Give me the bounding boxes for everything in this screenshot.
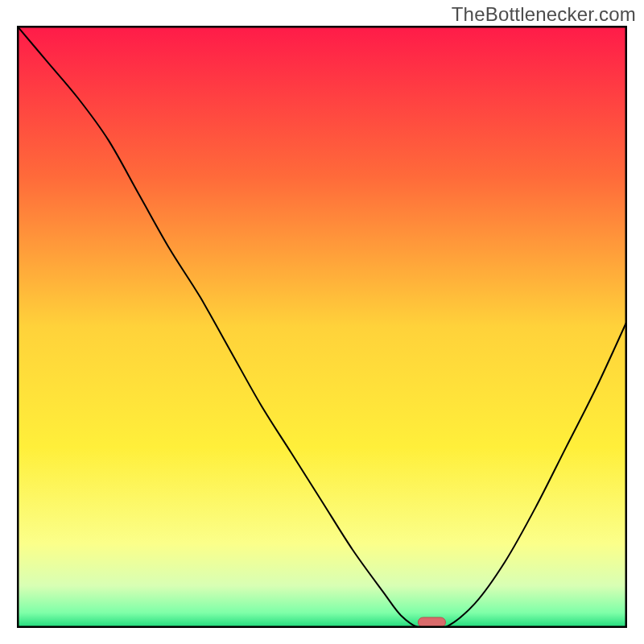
bottleneck-curve-chart	[17, 26, 627, 628]
plot-area	[17, 26, 627, 628]
optimum-marker	[418, 617, 445, 627]
chart-frame: TheBottlenecker.com	[0, 0, 644, 644]
gradient-background	[17, 26, 627, 628]
watermark-text: TheBottlenecker.com	[452, 3, 636, 26]
